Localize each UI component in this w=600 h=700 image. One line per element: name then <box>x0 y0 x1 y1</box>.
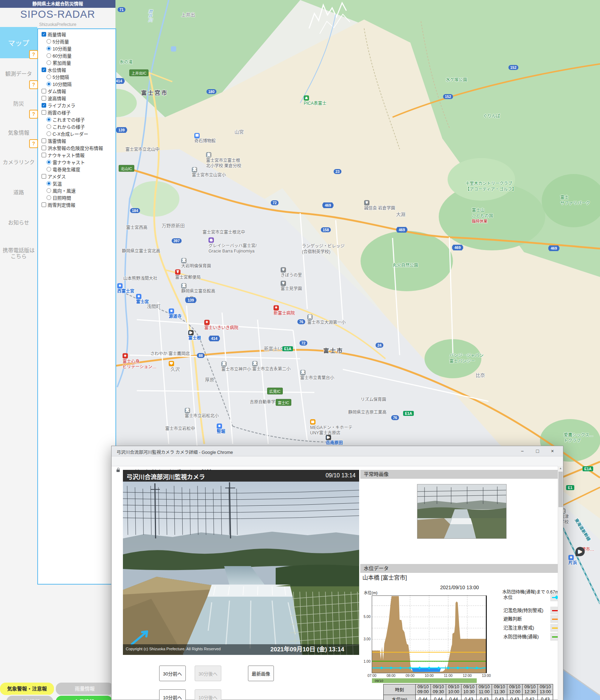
camera-title: 弓沢川合流部河川監視カメラ <box>126 472 205 481</box>
popup-scrollbar[interactable]: ▲ <box>558 466 563 700</box>
sidebar-item-観測データ[interactable]: 観測データ <box>0 70 37 77</box>
checkbox-雨量情報[interactable]: ✓ <box>42 32 46 37</box>
route-shield-139: 139 <box>185 297 196 303</box>
layer-row[interactable]: アメダス <box>38 173 115 180</box>
checkbox-ダム情報[interactable] <box>42 89 46 93</box>
layer-row[interactable]: 落雷情報 <box>38 137 115 144</box>
maximize-button[interactable]: □ <box>534 447 541 455</box>
layer-row[interactable]: 雨雪判定情報 <box>38 201 115 208</box>
camera-nav-最新画像[interactable]: 最新画像 <box>248 666 274 681</box>
sidebar-item-防災[interactable]: 防災 <box>0 99 37 107</box>
layer-row[interactable]: ダム情報 <box>38 87 115 94</box>
layer-row[interactable]: 洪水警報の危険度分布情報 <box>38 144 115 151</box>
checkbox-波高情報[interactable] <box>42 96 46 101</box>
help-icon[interactable]: ? <box>29 50 38 59</box>
radio-10分間隔[interactable] <box>47 82 51 86</box>
scrollbar-thumb[interactable] <box>558 472 563 507</box>
school-icon: 文 <box>206 152 211 158</box>
shortcut-台風情報[interactable]: 台風情報 <box>56 696 113 700</box>
help-icon[interactable]: ? <box>29 139 38 148</box>
layer-row[interactable]: 気温 <box>38 180 115 187</box>
checkbox-洪水警報の危険度分布情報[interactable] <box>42 146 46 150</box>
layer-row[interactable]: 波高情報 <box>38 94 115 102</box>
sidebar-item-お知らせ[interactable]: お知らせ <box>0 218 37 226</box>
layer-row[interactable]: 雨雲の様子 <box>38 109 115 116</box>
svg-text:11:00: 11:00 <box>444 674 453 678</box>
radio-5分雨量[interactable] <box>47 39 51 44</box>
interchange-badge: 富士IC <box>276 400 291 406</box>
layer-row[interactable]: 風向・風速 <box>38 187 115 194</box>
camera-detail-window[interactable]: 弓沢川合流部河川監視カメラ カメラ詳細 - Google Chrome − □ … <box>111 446 563 700</box>
map-label: ▼誠信会 岩倉学園 <box>364 200 395 211</box>
checkbox-落雷情報[interactable] <box>42 139 46 143</box>
checkbox-水位情報[interactable]: ✓ <box>42 67 46 72</box>
map-label: 水ケ塚公園 <box>446 77 467 83</box>
help-icon[interactable]: ? <box>29 110 38 119</box>
minimize-button[interactable]: − <box>519 447 526 455</box>
layer-row[interactable]: 5分間隔 <box>38 73 115 80</box>
shortcut-雨量情報[interactable]: 雨量情報 <box>56 683 114 695</box>
checkbox-ナウキャスト情報[interactable] <box>42 153 46 157</box>
radio-雷ナウキャスト[interactable] <box>47 160 51 164</box>
camera-nav-30分前へ[interactable]: 30分前へ <box>159 666 186 681</box>
layer-label: C-X合成レーダー <box>53 130 88 137</box>
radio-10分雨量[interactable] <box>47 46 51 51</box>
layer-row[interactable]: ✓ライブカメラ <box>38 102 115 109</box>
map-label: 静岡県立富士宮北高 <box>122 249 160 254</box>
address-bar[interactable]: cam.shizuoka4.jp/cam.html?camtype=2108 <box>112 456 563 466</box>
radio-C-X合成レーダー[interactable] <box>47 131 51 136</box>
map-label: 文富士市立青葉台小 <box>300 370 334 381</box>
sidebar-item-カメラリンク[interactable]: カメラリンク <box>0 158 37 165</box>
camera-nav-30分後へ[interactable]: 30分後へ <box>195 666 221 681</box>
layer-row[interactable]: 5分雨量 <box>38 38 115 45</box>
layer-row[interactable]: これまでの様子 <box>38 116 115 123</box>
layer-row[interactable]: ✓水位情報 <box>38 66 115 73</box>
layer-label: 日照時間 <box>53 194 71 201</box>
school-icon: 文 <box>221 362 227 367</box>
radio-風向・風速[interactable] <box>47 188 51 193</box>
checkbox-ライブカメラ[interactable]: ✓ <box>42 103 46 108</box>
layer-row[interactable]: C-X合成レーダー <box>38 130 115 137</box>
window-titlebar[interactable]: 弓沢川合流部河川監視カメラ カメラ詳細 - Google Chrome − □ … <box>112 446 563 456</box>
checkbox-雨雪判定情報[interactable] <box>42 202 46 207</box>
layer-row[interactable]: ✓雨量情報 <box>38 31 115 38</box>
layer-label: 10分間隔 <box>53 81 71 87</box>
interchange-badge: 広見IC <box>267 388 282 394</box>
layer-row[interactable]: 累加雨量 <box>38 59 115 66</box>
layer-row[interactable]: 10分間隔 <box>38 80 115 87</box>
help-icon[interactable]: ? <box>29 80 38 89</box>
map-marker-cam[interactable]: ▶ <box>575 547 586 556</box>
svg-text:3.00: 3.00 <box>364 637 371 641</box>
sidebar-item-道路[interactable]: 道路 <box>0 188 37 196</box>
radio-5分間隔[interactable] <box>47 75 51 79</box>
layer-row[interactable]: これからの様子 <box>38 123 115 130</box>
sidebar-item-気象情報[interactable]: 気象情報 <box>0 129 37 136</box>
camera-time: 09/10 13:14 <box>325 472 356 479</box>
layer-row[interactable]: 雷ナウキャスト <box>38 158 115 165</box>
checkbox-アメダス[interactable] <box>42 174 46 179</box>
radio-気温[interactable] <box>47 181 51 186</box>
radio-これまでの様子[interactable] <box>47 117 51 122</box>
route-shield-397: 397 <box>172 238 182 243</box>
layer-label: 気温 <box>53 180 62 187</box>
checkbox-雨雲の様子[interactable] <box>42 110 46 115</box>
camera-nav-10分後へ[interactable]: 10分後へ <box>195 689 221 700</box>
radio-60分雨量[interactable] <box>47 53 51 58</box>
layer-row[interactable]: 竜巻発生確度 <box>38 165 115 173</box>
scrollbar-up-arrow[interactable]: ▲ <box>558 467 563 470</box>
camera-nav-10分前へ[interactable]: 10分前へ <box>159 689 186 700</box>
radio-日照時間[interactable] <box>47 195 51 200</box>
layer-row[interactable]: 日照時間 <box>38 194 115 201</box>
radio-これからの様子[interactable] <box>47 124 51 129</box>
map-label: 丸火自然公園 <box>393 263 418 268</box>
layer-row[interactable]: ナウキャスト情報 <box>38 151 115 158</box>
radio-累加雨量[interactable] <box>47 60 51 65</box>
map-label: 上井出 <box>181 12 195 18</box>
radio-竜巻発生確度[interactable] <box>47 167 51 172</box>
close-button[interactable]: × <box>549 447 556 455</box>
layer-row[interactable]: 10分雨量 <box>38 45 115 52</box>
sidebar-item-こちら[interactable]: こちら <box>0 252 37 260</box>
shortcut-水位情報[interactable]: 水位情報 <box>6 696 53 700</box>
shortcut-気象警報・注意報[interactable]: 気象警報・注意報 <box>0 683 54 695</box>
layer-row[interactable]: 60分雨量 <box>38 52 115 59</box>
